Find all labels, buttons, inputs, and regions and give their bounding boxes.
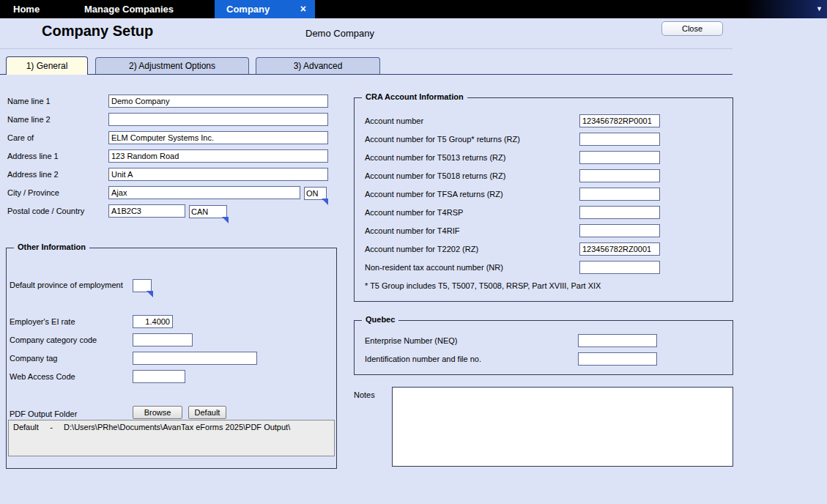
tab-underline <box>0 74 733 75</box>
t5-group-rz-input[interactable] <box>579 133 660 146</box>
notes-label: Notes <box>354 390 375 399</box>
default-button[interactable]: Default <box>188 406 226 419</box>
cra-account-number-label: Account number <box>365 116 423 125</box>
province-of-employment-label: Default province of employment <box>10 281 123 289</box>
neq-input[interactable] <box>578 334 657 347</box>
country-combo[interactable] <box>189 204 227 218</box>
nr-account-label: Non-resident tax account number (NR) <box>365 263 503 272</box>
name-line-1-input[interactable] <box>108 94 328 108</box>
nr-account-input[interactable] <box>579 261 660 274</box>
tab-company-label: Company <box>226 0 270 18</box>
address-line-2-input[interactable] <box>108 168 328 181</box>
name-line-2-input[interactable] <box>108 113 328 126</box>
neq-label: Enterprise Number (NEQ) <box>365 336 458 345</box>
web-access-code-label: Web Access Code <box>10 372 75 381</box>
pdf-output-folder-label: PDF Output Folder <box>10 410 77 418</box>
other-information-groupbox: Other Information Default province of em… <box>6 248 337 469</box>
t4rif-label: Account number for T4RIF <box>365 226 459 235</box>
tab-general[interactable]: 1) General <box>6 56 88 75</box>
pdf-output-list[interactable]: Default - D:\Users\PRhe\Documents\AvanTa… <box>8 420 335 456</box>
tab-advanced[interactable]: 3) Advanced <box>256 57 380 74</box>
t4rsp-label: Account number for T4RSP <box>365 208 463 217</box>
dropdown-caret-icon[interactable]: ▼ <box>816 0 823 18</box>
quebec-groupbox: Quebec Enterprise Number (NEQ) Identific… <box>354 320 733 375</box>
province-combo[interactable] <box>304 186 327 199</box>
city-province-label: City / Province <box>7 188 59 197</box>
name-line-1-label: Name line 1 <box>7 97 51 105</box>
cra-groupbox: CRA Account Information Account number A… <box>354 97 733 302</box>
dropdown-corner-icon[interactable] <box>222 217 229 223</box>
company-name-text: Demo Company <box>305 28 374 39</box>
postal-country-label: Postal code / Country <box>7 207 84 215</box>
tfsa-rz-input[interactable] <box>579 188 660 201</box>
name-line-2-label: Name line 2 <box>7 115 51 124</box>
tfsa-rz-label: Account number for TFSA returns (RZ) <box>365 190 503 199</box>
t5013-rz-input[interactable] <box>579 151 660 164</box>
care-of-input[interactable] <box>108 131 328 144</box>
pdf-default-path[interactable]: Default - D:\Users\PRhe\Documents\AvanTa… <box>9 420 334 434</box>
city-input[interactable] <box>108 186 300 199</box>
tab-company[interactable]: Company × <box>215 0 315 18</box>
dropdown-corner-icon[interactable] <box>147 291 153 297</box>
t5013-rz-label: Account number for T5013 returns (RZ) <box>365 153 505 162</box>
quebec-legend: Quebec <box>362 315 398 324</box>
t4rif-input[interactable] <box>579 224 660 237</box>
browse-button[interactable]: Browse <box>133 406 182 419</box>
other-information-legend: Other Information <box>14 242 89 251</box>
web-access-code-input[interactable] <box>133 370 185 383</box>
menu-home[interactable]: Home <box>13 0 40 18</box>
postal-code-input[interactable] <box>108 204 185 218</box>
t5018-rz-input[interactable] <box>579 169 660 182</box>
close-button[interactable]: Close <box>661 21 723 36</box>
company-tag-label: Company tag <box>10 354 57 363</box>
tab-adjustment-options[interactable]: 2) Adjustment Options <box>95 57 249 74</box>
window-top-bar: Home Manage Companies Company × ▼ <box>0 0 827 18</box>
quebec-id-label: Identification number and file no. <box>365 355 481 363</box>
cra-legend: CRA Account Information <box>362 92 467 101</box>
t2202-rz-input[interactable] <box>579 242 660 256</box>
company-category-input[interactable] <box>133 333 193 346</box>
t4rsp-input[interactable] <box>579 206 660 219</box>
company-category-label: Company category code <box>10 336 97 344</box>
header-separator <box>0 48 733 49</box>
close-tab-icon[interactable]: × <box>300 0 306 18</box>
quebec-id-input[interactable] <box>578 352 657 366</box>
address-line-1-label: Address line 1 <box>7 152 59 160</box>
menu-manage-companies[interactable]: Manage Companies <box>84 0 174 18</box>
address-line-2-label: Address line 2 <box>7 170 59 179</box>
ei-rate-label: Employer's EI rate <box>10 317 75 326</box>
t2202-rz-label: Account number for T2202 (RZ) <box>365 245 478 253</box>
t5-group-footnote: * T5 Group includes T5, T5007, T5008, RR… <box>365 281 601 290</box>
company-setup-window: Home Manage Companies Company × ▼ Compan… <box>0 0 827 504</box>
dropdown-corner-icon[interactable] <box>322 199 328 205</box>
care-of-label: Care of <box>7 133 34 142</box>
t5018-rz-label: Account number for T5018 returns (RZ) <box>365 171 505 180</box>
ei-rate-input[interactable] <box>133 315 173 328</box>
address-line-1-input[interactable] <box>108 149 328 163</box>
page-title: Company Setup <box>42 23 153 40</box>
t5-group-rz-label: Account number for T5 Group* returns (RZ… <box>365 135 520 144</box>
cra-account-number-input[interactable] <box>579 114 660 127</box>
province-of-employment-combo[interactable] <box>133 278 152 292</box>
company-tag-input[interactable] <box>133 352 257 365</box>
notes-textarea[interactable] <box>392 387 733 467</box>
